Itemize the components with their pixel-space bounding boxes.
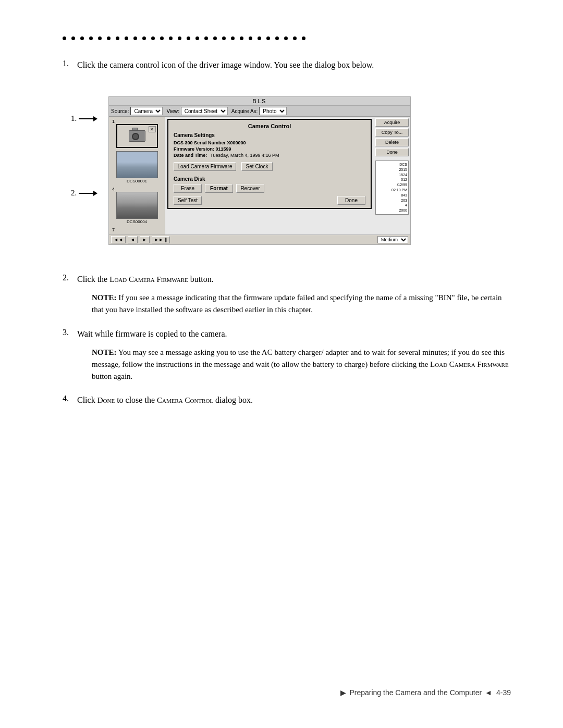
note-1-label: NOTE:: [92, 293, 117, 302]
step-3: 3. Wait while firmware is copied to the …: [63, 328, 511, 389]
nav-last-button[interactable]: ►► ‖: [152, 236, 170, 243]
recover-button[interactable]: Recover: [236, 184, 264, 193]
step-3-text: Wait while firmware is copied to the cam…: [77, 328, 511, 340]
camera-icon-x: ✕: [149, 126, 156, 132]
step-4-content: Click Done to close the Camera Control d…: [77, 394, 253, 413]
done-button[interactable]: Done: [337, 196, 365, 205]
screenshot-titlebar: BLS: [109, 97, 410, 106]
dot-separator: [63, 36, 511, 40]
disk-buttons-row: Erase Format Recover: [174, 184, 365, 193]
note-1-block: NOTE: If you see a message indicating th…: [92, 292, 511, 316]
data-1524: 1524: [377, 172, 407, 178]
step-2-content: Click the Load Camera Firmware button. N…: [77, 273, 511, 323]
thumb-label-1: DCS00001: [110, 179, 164, 183]
copy-to-button[interactable]: Copy To...: [375, 128, 409, 137]
step-1-number: 1.: [63, 59, 77, 263]
step-4-done: Done: [97, 396, 115, 404]
nav-first-button[interactable]: ◄◄: [111, 236, 126, 243]
thumb-item-1: ✕: [110, 124, 164, 148]
step-4: 4. Click Done to close the Camera Contro…: [63, 394, 511, 413]
firmware-btn-row: Load Camera Firmware Set Clock: [174, 162, 365, 171]
note-1-content: If you see a message indicating that the…: [92, 293, 502, 314]
self-test-done-row: Self Test Done: [174, 196, 365, 205]
footer-label: Preparing the Camera and the Computer: [349, 688, 482, 697]
step-3-content: Wait while firmware is copied to the cam…: [77, 328, 511, 389]
thumb-img-landscape: [116, 151, 158, 178]
thumb-label-2: DCS00004: [110, 219, 164, 224]
data-date: /12/99: [377, 182, 407, 188]
annotation-1-arrowhead: [93, 116, 97, 121]
data-843: 843: [377, 193, 407, 198]
camera-icon: [129, 130, 145, 142]
camera-control-area: Camera Control Camera Settings DCS 300 S…: [165, 117, 374, 235]
annotation-1-number: 1.: [71, 114, 77, 123]
date-label: Date and Time:: [174, 153, 207, 158]
camera-lens: [132, 133, 139, 140]
data-012: 012: [377, 177, 407, 182]
thumb-item-3: DCS00004: [110, 192, 164, 224]
step-2-text: Click the Load Camera Firmware button.: [77, 273, 511, 286]
data-203: 203: [377, 198, 407, 203]
erase-button[interactable]: Erase: [174, 184, 202, 193]
annotation-2-number: 2.: [71, 189, 77, 198]
camera-disk-title: Camera Disk: [174, 176, 365, 182]
screenshot-wrapper: 1. 2.: [108, 87, 411, 250]
note-2-content: You may see a message asking you to use …: [92, 348, 509, 381]
date-value: Tuesday, March 4, 1999 4:16 PM: [210, 153, 279, 158]
step-1-content: Click the camera control icon of the dri…: [77, 59, 411, 263]
data-dcs: DCS: [377, 162, 407, 167]
screenshot-main: 1 ✕: [109, 117, 410, 235]
page: 1. Click the camera control icon of the …: [0, 0, 563, 728]
annotation-2-arrow: [79, 191, 97, 196]
camera-top: [132, 128, 138, 131]
step-1: 1. Click the camera control icon of the …: [63, 59, 511, 263]
step-4-camera-control: Camera Control: [157, 396, 213, 404]
footer: ▶ Preparing the Camera and the Computer …: [0, 688, 563, 697]
view-select[interactable]: Contact Sheet: [181, 107, 228, 115]
date-time-row: Date and Time: Tuesday, March 4, 1999 4:…: [174, 153, 365, 158]
note-2-block: NOTE: You may see a message asking you t…: [92, 347, 511, 383]
serial-row: DCS 300 Serial Number X000000: [174, 140, 365, 145]
data-2000: 2000: [377, 208, 407, 213]
self-test-button[interactable]: Self Test: [174, 196, 202, 205]
annotation-1-line: [79, 118, 93, 119]
nav-next-button[interactable]: ►: [140, 236, 150, 243]
load-firmware-button[interactable]: Load Camera Firmware: [174, 162, 236, 171]
step-4-text: Click Done to close the Camera Control d…: [77, 394, 253, 406]
step-4-number: 4.: [63, 394, 77, 413]
view-label: View:: [166, 108, 179, 114]
delete-button[interactable]: Delete: [375, 138, 409, 146]
done-sidebar-button[interactable]: Done: [375, 148, 409, 156]
thumb-img-building: [116, 192, 158, 219]
nav-prev-button[interactable]: ◄: [128, 236, 138, 243]
camera-control-title: Camera Control: [174, 123, 365, 129]
footer-arrow-left: ◄: [485, 688, 492, 697]
note-2-smallcaps: Load Camera Firmware: [430, 360, 509, 368]
step-2-smallcaps: Load Camera Firmware: [109, 275, 188, 283]
medium-select[interactable]: Medium: [377, 236, 408, 243]
annotation-2-line: [79, 193, 93, 194]
acquire-select[interactable]: Photo: [259, 107, 287, 115]
note-2-text: NOTE: You may see a message asking you t…: [92, 347, 511, 383]
thumb-panel: 1 ✕: [109, 117, 165, 235]
sc-toolbar: Source: Camera View: Contact Sheet Acqui…: [109, 106, 410, 117]
annotation-1-arrow: [79, 116, 97, 121]
format-button[interactable]: Format: [205, 184, 233, 193]
annotation-1: 1.: [71, 114, 97, 123]
source-select[interactable]: Camera: [130, 107, 163, 115]
right-sidebar: Acquire Copy To... Delete Done DCS 2515 …: [374, 117, 410, 235]
right-data-panel: DCS 2515 1524 012 /12/99 02:10 PM 843 20…: [375, 161, 409, 215]
footer-arrow-right: ▶: [340, 688, 346, 697]
screenshot-box: BLS Source: Camera View: Contact Sheet A…: [108, 96, 411, 245]
screenshot-bottom: ◄◄ ◄ ► ►► ‖ Medium: [109, 235, 410, 244]
acquire-button[interactable]: Acquire: [375, 118, 409, 127]
thumb-number-7: 7: [112, 227, 164, 232]
set-clock-button[interactable]: Set Clock: [241, 162, 273, 171]
camera-settings-title: Camera Settings: [174, 132, 365, 138]
thumb-number-4: 4: [112, 187, 164, 192]
note-2-label: NOTE:: [92, 348, 117, 356]
camera-control-box: Camera Control Camera Settings DCS 300 S…: [167, 119, 372, 209]
annotation-2: 2.: [71, 189, 97, 198]
data-4: 4: [377, 203, 407, 208]
acquire-as-label: Acquire As:: [231, 108, 258, 114]
